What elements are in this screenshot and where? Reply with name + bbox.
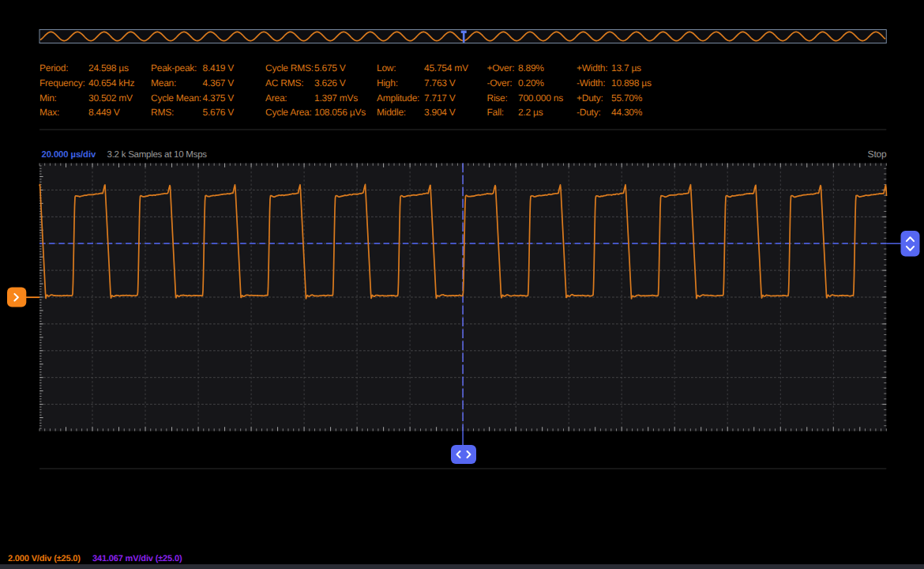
svg-text:44.30%: 44.30% <box>611 107 643 118</box>
svg-text:Cycle Mean:: Cycle Mean: <box>151 92 201 104</box>
svg-text:40.654 kHz: 40.654 kHz <box>88 77 134 89</box>
svg-text:1.397 mVs: 1.397 mVs <box>314 92 358 104</box>
svg-text:5.675 V: 5.675 V <box>314 62 346 73</box>
svg-text:30.502 mV: 30.502 mV <box>88 92 133 104</box>
svg-text:4.367 V: 4.367 V <box>203 77 235 89</box>
svg-text:-Duty:: -Duty: <box>577 107 601 118</box>
svg-text:24.598 µs: 24.598 µs <box>88 62 129 73</box>
svg-text:3.2 k Samples at 10 Msps: 3.2 k Samples at 10 Msps <box>107 150 208 160</box>
svg-text:Frequency:: Frequency: <box>39 77 85 89</box>
svg-text:8.89%: 8.89% <box>518 62 544 73</box>
svg-text:+Duty:: +Duty: <box>577 92 603 104</box>
svg-text:Middle:: Middle: <box>377 107 406 118</box>
svg-text:7.717 V: 7.717 V <box>424 92 456 104</box>
svg-text:Peak-peak:: Peak-peak: <box>151 62 197 73</box>
svg-text:RMS:: RMS: <box>151 107 174 118</box>
svg-text:Area:: Area: <box>265 92 287 104</box>
svg-text:8.419 V: 8.419 V <box>203 62 235 73</box>
svg-text:4.375 V: 4.375 V <box>203 92 235 104</box>
svg-text:2.2 µs: 2.2 µs <box>518 107 543 118</box>
svg-text:13.7 µs: 13.7 µs <box>611 62 641 73</box>
svg-text:Cycle Area:: Cycle Area: <box>265 107 312 118</box>
svg-text:-Width:: -Width: <box>577 77 605 89</box>
svg-text:Mean:: Mean: <box>151 77 176 89</box>
svg-text:Period:: Period: <box>39 62 68 73</box>
svg-text:+Over:: +Over: <box>487 62 515 73</box>
svg-text:Low:: Low: <box>377 62 396 73</box>
svg-text:-Over:: -Over: <box>487 77 513 89</box>
svg-text:3.626 V: 3.626 V <box>314 77 346 89</box>
svg-text:20.000 µs/div: 20.000 µs/div <box>42 150 96 160</box>
svg-text:108.056 µVs: 108.056 µVs <box>314 107 366 118</box>
svg-text:10.898 µs: 10.898 µs <box>611 77 652 89</box>
svg-text:700.000 ns: 700.000 ns <box>518 92 563 104</box>
svg-text:45.754 mV: 45.754 mV <box>424 62 468 73</box>
svg-text:Max:: Max: <box>39 107 59 118</box>
svg-text:8.449 V: 8.449 V <box>88 107 120 118</box>
svg-text:341.067 mV/div (±25.0): 341.067 mV/div (±25.0) <box>92 554 182 563</box>
svg-text:High:: High: <box>377 77 398 89</box>
svg-text:Amplitude:: Amplitude: <box>377 92 419 104</box>
svg-text:Cycle RMS:: Cycle RMS: <box>265 62 314 73</box>
svg-text:Fall:: Fall: <box>487 107 504 118</box>
svg-text:+Width:: +Width: <box>577 62 607 73</box>
svg-text:Rise:: Rise: <box>487 92 508 104</box>
svg-text:AC RMS:: AC RMS: <box>265 77 303 89</box>
svg-text:5.676 V: 5.676 V <box>203 107 235 118</box>
svg-text:7.763 V: 7.763 V <box>424 77 456 89</box>
svg-text:Stop: Stop <box>868 149 887 160</box>
svg-text:3.904 V: 3.904 V <box>424 107 456 118</box>
svg-text:2.000 V/div (±25.0): 2.000 V/div (±25.0) <box>8 554 81 563</box>
svg-text:Min:: Min: <box>39 92 57 104</box>
svg-text:55.70%: 55.70% <box>611 92 643 104</box>
svg-text:0.20%: 0.20% <box>518 77 544 89</box>
